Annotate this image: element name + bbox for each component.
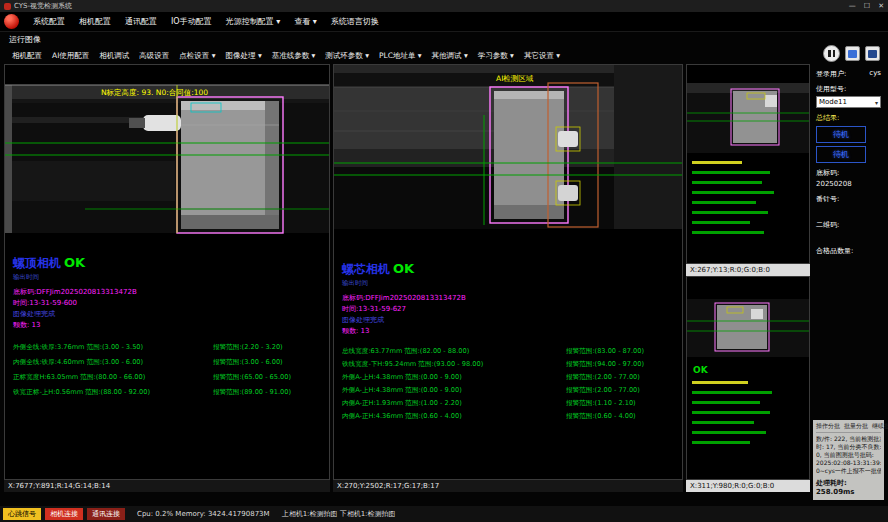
tab-run-image[interactable]: 运行图像 [9,34,41,45]
right-process-status: 图像处理完成 [342,315,678,326]
batch-stat-line: 时: 17, 当前分类不良数: [816,443,881,451]
tool-ai-config[interactable]: AI使用配置 [47,50,94,62]
right-time: 时间:13-31-59-627 [342,304,678,315]
chevron-down-icon: ▾ [875,99,878,106]
menu-language-switch[interactable]: 系统语言切换 [324,14,386,29]
cpu-memory-status: Cpu: 0.2% Memory: 3424.41790873M [137,510,270,518]
tool-advanced-settings[interactable]: 高级设置 [134,50,174,62]
menu-io-manual-config[interactable]: IO手动配置 [164,14,219,29]
batch-stat-line: 数/件: 222, 当前检测批次: [816,435,881,443]
camera-capture-status: 上相机1:检测拍图 下相机1:检测拍图 [282,509,396,519]
pause-button[interactable] [823,45,840,62]
preview-bottom-status: OK [693,365,709,375]
right-sidebar: 登录用户: cys 使用型号: Mode11 ▾ 总结果: 待机 待机 底标码:… [813,64,884,492]
model-select[interactable]: Mode11 ▾ [816,96,881,108]
preview-column: X:267;Y:13;R:0;G:0;B:0 OK [686,64,810,492]
process-elapsed-time: 处理耗时: 258.09ms [816,478,881,496]
tool-camera-config[interactable]: 相机配置 [7,50,47,62]
result-status-box-2: 待机 [816,146,866,163]
window-controls: — ☐ ✕ [849,2,884,10]
measure-value: 总线宽度:63.77mm 范围:(82.00 - 88.00) [342,347,566,356]
result-status-box-1: 待机 [816,126,866,143]
qr-code-label: 二维码: [816,220,881,230]
alarm-range: 报警范围:(65.00 - 65.00) [213,373,325,382]
left-readout: 螺顶相机 OK 输出时间 底标码:DFFJim2025020813313472B… [13,255,325,397]
menu-system-config[interactable]: 系统配置 [26,14,72,29]
alarm-range: 报警范围:(83.00 - 87.00) [566,347,678,356]
left-camera-column: N标定高度: 93. N0:合同值:100 螺顶相机 OK 输出时间 底标码:D… [4,64,330,492]
measure-value: 外侧A-上H:4.38mm 范围:(0.00 - 9.00) [342,373,566,382]
comm-connection-badge: 通讯连接 [87,508,125,520]
right-camera-column: AI检测区域 螺芯相机 OK 输出时间 底标码:DFFJim2025020813… [333,64,683,492]
preview-bottom-view[interactable]: OK [686,276,810,480]
right-camera-status: OK [393,261,414,276]
batch-panel: 操作分批 批量分批 继续批次 数/件: 222, 当前检测批次: 时: 17, … [813,420,884,500]
menu-comm-config[interactable]: 通讯配置 [118,14,164,29]
connector [143,115,181,131]
right-readout: 螺芯相机 OK 输出时间 底标码:DFFJim2025020813313472B… [342,261,678,421]
preview-top-view[interactable] [686,64,810,264]
model-label: 使用型号: [816,84,881,94]
left-camera-view[interactable]: N标定高度: 93. N0:合同值:100 螺顶相机 OK 输出时间 底标码:D… [4,64,330,480]
maximize-icon[interactable]: ☐ [864,2,870,10]
batch-tab-continue[interactable]: 继续批次 [872,422,888,431]
part-body [494,91,564,219]
batch-tab-bulk[interactable]: 批量分批 [844,422,868,431]
model-select-value: Mode11 [819,98,847,106]
part-body [181,101,279,229]
right-barcode: 底标码:DFFJim2025020813313472B [342,293,678,304]
left-time: 时间:13-31-59-600 [13,298,325,309]
image-save-button[interactable] [865,46,880,61]
minimize-icon[interactable]: — [849,2,856,10]
left-measurements: 外侧全线:铁厚:3.76mm 范围:(3.00 - 3.50) 报警范围:(2.… [13,343,325,397]
menu-view[interactable]: 查看 ▾ [287,14,324,29]
measure-value: 铁宽正标-上H:0.56mm 范围:(88.00 - 92.00) [13,388,213,397]
tool-plc-address[interactable]: PLC地址单 ▾ [374,50,427,62]
tool-baseline-params[interactable]: 基准线参数 ▾ [267,50,321,62]
app-window: CYS-视觉检测系统 — ☐ ✕ 系统配置 相机配置 通讯配置 IO手动配置 光… [0,0,888,522]
batch-tab-operate[interactable]: 操作分批 [816,422,840,431]
preview-top-coord-readout: X:267;Y:13;R:0;G:0;B:0 [686,264,810,276]
main-area: N标定高度: 93. N0:合同值:100 螺顶相机 OK 输出时间 底标码:D… [4,64,884,492]
tool-spot-check[interactable]: 点检设置 ▾ [174,50,220,62]
measure-value: 正标宽度H:63.05mm 范围:(80.00 - 66.00) [13,373,213,382]
preview-bottom-image: OK [687,277,809,480]
measure-value: 外侧A-上H:4.38mm 范围:(0.00 - 9.00) [342,386,566,395]
pass-count-value [816,258,881,267]
snapshot-button[interactable] [845,46,860,61]
menu-camera-config[interactable]: 相机配置 [72,14,118,29]
menu-light-control[interactable]: 光源控制配置 ▾ [219,14,288,29]
base-code-label: 底标码: [816,168,881,178]
batch-stat-line: 0, 当前图测批号批码: [816,451,881,459]
tool-testring-params[interactable]: 测试环参数 ▾ [320,50,374,62]
close-icon[interactable]: ✕ [878,2,884,10]
pass-count-label: 合格品数量: [816,246,881,256]
tool-other-settings[interactable]: 其它设置 ▾ [519,50,565,62]
right-measurements: 总线宽度:63.77mm 范围:(82.00 - 88.00) 报警范围:(83… [342,347,678,421]
alarm-range: 报警范围:(3.00 - 6.00) [213,358,325,367]
camera-icon [848,50,857,58]
needle-number-value [816,206,881,215]
app-icon [4,3,11,10]
toolbar: 相机配置 AI使用配置 相机调试 高级设置 点检设置 ▾ 图像处理 ▾ 基准线参… [0,47,888,64]
measure-value: 内侧A-正H:1.93mm 范围:(1.00 - 2.20) [342,399,566,408]
left-subtitle: 输出时间 [13,273,325,282]
right-camera-view[interactable]: AI检测区域 螺芯相机 OK 输出时间 底标码:DFFJim2025020813… [333,64,683,480]
tool-camera-debug[interactable]: 相机调试 [94,50,134,62]
tool-other-debug[interactable]: 其他调试 ▾ [427,50,473,62]
batch-stat-line: 2025:02:08-13:31:39:40: [816,459,881,467]
alarm-range: 报警范围:(2.00 - 77.00) [566,386,678,395]
right-count: 颗数: 13 [342,326,678,337]
login-user-value: cys [869,69,881,79]
batch-stat-line: 0~cys一件上报不一批值 [816,467,881,475]
measure-value: 外侧全线:铁厚:3.76mm 范围:(3.00 - 3.50) [13,343,213,352]
tool-image-process[interactable]: 图像处理 ▾ [221,50,267,62]
tool-learn-params[interactable]: 学习参数 ▾ [473,50,519,62]
needle-number-label: 番针号: [816,194,881,204]
left-camera-title: 螺顶相机 [13,255,61,272]
left-count: 颗数: 13 [13,320,325,331]
left-camera-status: OK [64,255,85,270]
measure-value: 内侧全线:铁厚:4.60mm 范围:(3.00 - 6.00) [13,358,213,367]
alarm-range: 报警范围:(89.00 - 91.00) [213,388,325,397]
heartbeat-status-badge: 心跳信号 [3,508,41,520]
